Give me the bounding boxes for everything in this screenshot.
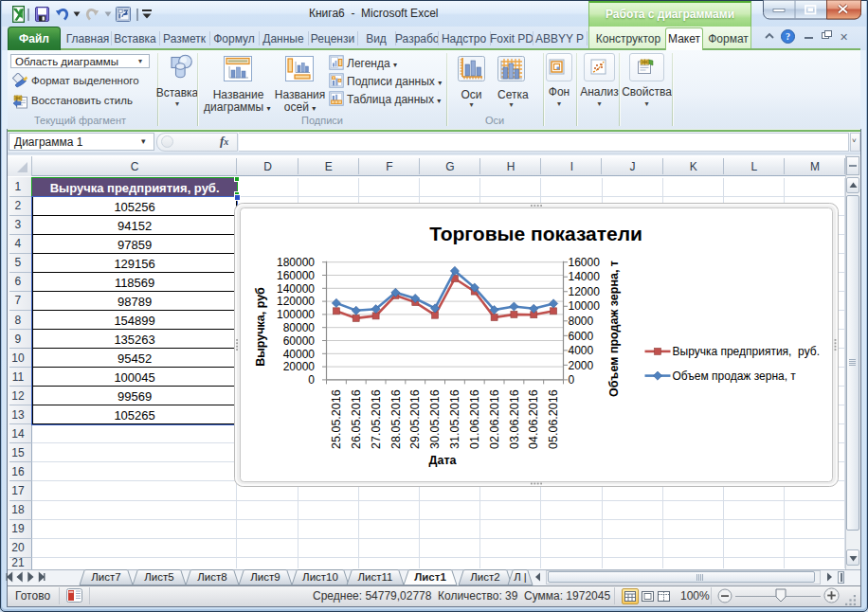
svg-text:31.05.2016: 31.05.2016: [448, 389, 461, 449]
svg-text:27.05.2016: 27.05.2016: [370, 389, 383, 449]
svg-text:Выручка предприятия, руб.: Выручка предприятия, руб.: [673, 345, 820, 358]
svg-text:10000: 10000: [569, 299, 601, 313]
svg-text:2000: 2000: [569, 359, 594, 372]
svg-text:Л |: Л |: [514, 571, 527, 583]
svg-text:Лист8: Лист8: [197, 571, 226, 583]
svg-text:14000: 14000: [569, 270, 601, 283]
svg-text:?: ?: [786, 31, 790, 42]
svg-text:02.06.2016: 02.06.2016: [488, 389, 501, 449]
svg-text:Объем продаж зерна, т: Объем продаж зерна, т: [607, 261, 621, 397]
svg-text:Лист9: Лист9: [250, 571, 280, 583]
svg-text:Дата: Дата: [429, 454, 458, 467]
svg-text:12000: 12000: [569, 285, 601, 298]
svg-text:120000: 120000: [277, 295, 315, 308]
svg-text:180000: 180000: [277, 256, 315, 269]
svg-text:8000: 8000: [569, 315, 594, 328]
svg-text:26.05.2016: 26.05.2016: [350, 389, 363, 449]
svg-text:20000: 20000: [283, 360, 316, 373]
svg-text:0: 0: [308, 373, 315, 387]
svg-text:30.05.2016: 30.05.2016: [428, 389, 442, 449]
svg-text:01.06.2016: 01.06.2016: [468, 389, 481, 449]
svg-text:05.06.2016: 05.06.2016: [547, 389, 560, 449]
svg-text:0: 0: [569, 373, 575, 387]
svg-text:25.05.2016: 25.05.2016: [330, 389, 343, 449]
svg-text:16000: 16000: [569, 256, 601, 269]
svg-text:Лист11: Лист11: [358, 571, 393, 583]
svg-text:04.06.2016: 04.06.2016: [527, 389, 540, 449]
svg-text:Объем продаж зерна, т: Объем продаж зерна, т: [673, 369, 797, 383]
svg-text:Лист7: Лист7: [91, 571, 120, 583]
svg-text:28.05.2016: 28.05.2016: [389, 389, 403, 449]
svg-text:6000: 6000: [569, 330, 594, 343]
svg-text:40000: 40000: [283, 348, 316, 361]
svg-text:Лист10: Лист10: [302, 571, 338, 583]
svg-text:60000: 60000: [283, 334, 316, 348]
svg-text:160000: 160000: [277, 269, 315, 282]
svg-text:Лист1: Лист1: [414, 571, 446, 583]
svg-text:140000: 140000: [277, 282, 315, 296]
svg-text:100000: 100000: [277, 308, 315, 321]
svg-text:03.06.2016: 03.06.2016: [508, 389, 521, 449]
svg-text:Выручка, руб: Выручка, руб: [254, 287, 267, 367]
svg-text:80000: 80000: [283, 321, 316, 334]
svg-text:Лист2: Лист2: [470, 571, 499, 583]
svg-text:4000: 4000: [569, 344, 594, 357]
svg-text:29.05.2016: 29.05.2016: [408, 389, 422, 449]
svg-text:Торговые показатели: Торговые показатели: [429, 223, 642, 244]
svg-text:Лист5: Лист5: [144, 571, 173, 583]
